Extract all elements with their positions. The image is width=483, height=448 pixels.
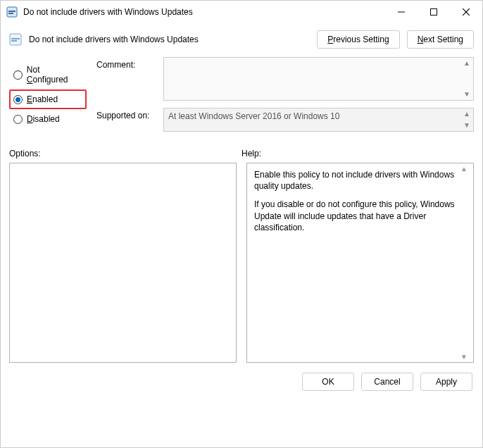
subheader: Do not include drivers with Windows Upda… [1,23,482,51]
close-button[interactable] [450,1,482,23]
minimize-button[interactable] [385,1,418,23]
supported-on-value: At least Windows Server 2016 or Windows … [163,108,474,132]
radio-label: Disabled [27,114,60,124]
policy-icon [6,6,18,18]
radio-disabled[interactable]: Disabled [9,109,87,129]
radio-label: Enabled [27,94,58,104]
help-text: If you disable or do not configure this … [254,199,466,233]
policy-icon [9,33,22,46]
comment-label: Comment: [96,57,156,101]
previous-setting-button[interactable]: Previous Setting [317,30,399,49]
help-panel: Enable this policy to not include driver… [246,163,474,363]
radio-icon [13,70,23,80]
help-text: Enable this policy to not include driver… [254,169,466,192]
comment-input[interactable]: ▲▼ [163,57,474,101]
state-radio-group: Not Configured Enabled Disabled [9,57,87,139]
cancel-button[interactable]: Cancel [361,373,413,391]
svg-rect-9 [11,40,17,42]
window-title: Do not include drivers with Windows Upda… [23,7,385,17]
svg-rect-8 [11,38,20,39]
options-label: Options: [9,149,242,158]
scrollbar[interactable]: ▲▼ [462,110,472,130]
dialog-footer: OK Cancel Apply [1,363,482,391]
radio-not-configured[interactable]: Not Configured [9,60,87,89]
subheader-title: Do not include drivers with Windows Upda… [29,35,310,44]
titlebar: Do not include drivers with Windows Upda… [1,1,482,23]
apply-button[interactable]: Apply [420,373,472,391]
scrollbar[interactable]: ▲▼ [460,164,472,361]
svg-rect-2 [8,13,13,14]
radio-enabled[interactable]: Enabled [9,89,87,109]
scrollbar[interactable]: ▲▼ [462,59,472,99]
radio-label: Not Configured [27,65,82,85]
help-label: Help: [242,149,474,158]
maximize-button[interactable] [418,1,450,23]
ok-button[interactable]: OK [302,373,354,391]
next-setting-button[interactable]: Next Setting [407,30,474,49]
radio-icon [13,115,23,124]
window-controls [385,1,482,23]
options-panel [9,163,237,363]
svg-rect-1 [8,11,15,12]
radio-icon [13,95,23,104]
supported-on-label: Supported on: [96,108,156,132]
svg-rect-4 [431,9,437,15]
